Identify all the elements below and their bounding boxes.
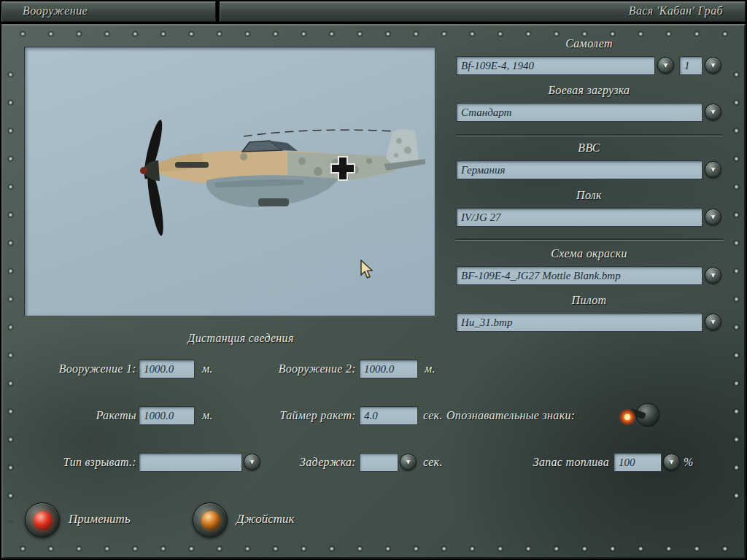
aircraft-select[interactable]: Bf-109E-4, 1940: [456, 56, 655, 75]
apply-button-light-icon: [34, 511, 53, 530]
pilot-section-label: Пилот: [456, 294, 722, 307]
weapon1-unit: м.: [202, 362, 213, 376]
delay-label: Задержка:: [248, 456, 356, 469]
skin-select[interactable]: BF-109E-4_JG27 Mottle Blank.bmp: [456, 266, 703, 285]
aircraft-section-label: Самолет: [456, 37, 722, 50]
arming-screen: Вооружение Вася 'Кабан' Граб: [0, 0, 747, 560]
rockets-input[interactable]: 1000.0: [139, 406, 195, 425]
weapon2-label: Вооружение 2:: [248, 362, 356, 376]
rockets-unit: м.: [202, 409, 213, 422]
convergence-title: Дистанция сведения: [109, 332, 372, 345]
markings-label: Опознавательные знаки:: [446, 409, 575, 422]
player-name: Вася 'Кабан' Граб: [629, 4, 723, 18]
aircraft-count-arrow-icon[interactable]: ▼: [705, 57, 721, 74]
mouse-cursor-icon: [359, 260, 375, 280]
apply-button-label: Применить: [69, 512, 131, 526]
joystick-button[interactable]: [193, 502, 228, 537]
apply-button[interactable]: [25, 502, 60, 537]
fuel-label: Запас топлива: [478, 456, 609, 469]
loadout-section-label: Боевая загрузка: [456, 84, 722, 97]
machine-gun-flash-icon: [616, 397, 663, 434]
aircraft-count-select[interactable]: 1: [679, 56, 703, 75]
pilot-select[interactable]: Hu_31.bmp: [456, 313, 703, 332]
airforce-dropdown-arrow-icon[interactable]: ▼: [705, 161, 721, 178]
fuel-dropdown-arrow-icon[interactable]: ▼: [663, 454, 680, 470]
tab-armament[interactable]: Вооружение: [1, 1, 216, 22]
weapon1-input[interactable]: 1000.0: [139, 359, 195, 378]
delay-unit: сек.: [423, 456, 443, 469]
loadout-select[interactable]: Стандарт: [456, 103, 703, 122]
fuse-type-label: Тип взрыват.:: [22, 456, 136, 469]
joystick-button-label: Джойстик: [236, 512, 294, 526]
airforce-select[interactable]: Германия: [456, 160, 703, 179]
fuel-input[interactable]: 100: [614, 453, 662, 472]
airforce-section-label: ВВС: [456, 141, 722, 155]
section-divider: [456, 134, 723, 136]
regiment-dropdown-arrow-icon[interactable]: ▼: [705, 209, 721, 225]
delay-dropdown-arrow-icon[interactable]: ▼: [400, 454, 417, 470]
regiment-section-label: Полк: [456, 189, 722, 202]
rocket-timer-label: Таймер ракет:: [248, 409, 356, 422]
rocket-timer-unit: сек.: [423, 409, 443, 422]
skin-dropdown-arrow-icon[interactable]: ▼: [705, 267, 721, 284]
aircraft-dropdown-arrow-icon[interactable]: ▼: [657, 57, 674, 74]
delay-input[interactable]: [359, 453, 398, 472]
markings-toggle[interactable]: [616, 397, 663, 434]
rockets-label: Ракеты: [22, 409, 136, 422]
weapon2-input[interactable]: 1000.0: [359, 359, 418, 378]
weapon1-label: Вооружение 1:: [22, 362, 136, 376]
fuel-unit: %: [684, 456, 694, 469]
rivet-strip-right: [732, 61, 741, 522]
regiment-select[interactable]: IV/JG 27: [456, 208, 703, 227]
rivet-strip-bottom: [9, 544, 738, 553]
section-divider: [456, 238, 723, 241]
joystick-button-light-icon: [201, 511, 220, 530]
skin-section-label: Схема окраски: [456, 247, 722, 260]
weapon2-unit: м.: [425, 362, 436, 376]
fuse-type-select[interactable]: [139, 453, 242, 472]
rivet-strip-left: [6, 61, 15, 522]
pilot-dropdown-arrow-icon[interactable]: ▼: [705, 314, 721, 330]
player-name-bar: Вася 'Кабан' Граб: [220, 1, 746, 22]
tab-armament-label: Вооружение: [23, 4, 88, 18]
loadout-dropdown-arrow-icon[interactable]: ▼: [705, 104, 721, 120]
rocket-timer-input[interactable]: 4.0: [359, 406, 418, 425]
